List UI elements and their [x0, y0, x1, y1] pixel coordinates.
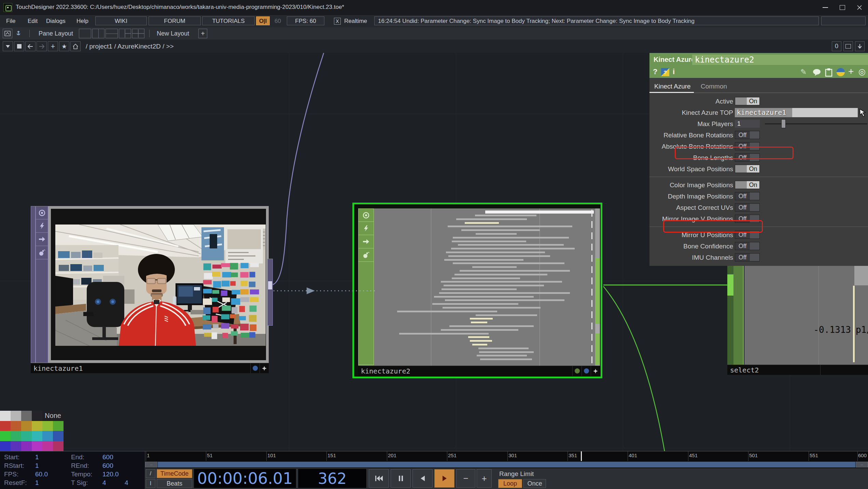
- cook-flag-icon[interactable]: [358, 222, 374, 235]
- back-button[interactable]: [25, 41, 36, 51]
- add-op-button[interactable]: +: [48, 41, 58, 51]
- stop-button[interactable]: [14, 41, 24, 51]
- palette-swatch[interactable]: [53, 421, 64, 431]
- timeline-ruler[interactable]: 151101151201251301351401451501551600: [145, 451, 868, 461]
- node2-scroll-strip[interactable]: [595, 208, 600, 366]
- menu-file[interactable]: File: [5, 15, 17, 27]
- node-kinectazure1[interactable]: kinectazure1: [31, 206, 269, 373]
- node1-connector-strip[interactable]: [31, 206, 36, 363]
- slider-value-field[interactable]: 1: [735, 120, 760, 128]
- op-name-field[interactable]: kinectazure2: [692, 55, 868, 65]
- forward-button[interactable]: [37, 41, 47, 51]
- play-button[interactable]: [434, 469, 454, 488]
- menu-dialogs[interactable]: Dialogs: [45, 15, 67, 27]
- fps-box[interactable]: FPS: 60: [287, 16, 324, 25]
- palette-swatch[interactable]: [11, 421, 21, 431]
- palette-swatch[interactable]: [0, 411, 11, 421]
- menu-edit[interactable]: Edit: [26, 15, 39, 27]
- frame-mode-button[interactable]: /: [146, 469, 155, 478]
- node-kinectazure2-selected[interactable]: kinectazure2: [352, 203, 602, 378]
- layout-mixed-button[interactable]: [119, 29, 131, 38]
- palette-swatch[interactable]: [21, 431, 32, 441]
- node-color-palette[interactable]: None: [0, 411, 64, 451]
- palette-swatch[interactable]: [42, 431, 53, 441]
- forum-button[interactable]: FORUM: [149, 16, 201, 25]
- export-flag-icon[interactable]: [36, 233, 48, 246]
- scrollbar-right-handle[interactable]: ...: [856, 462, 868, 467]
- bookmark-button[interactable]: ★: [59, 41, 69, 51]
- node1-name[interactable]: kinectazure1: [31, 364, 83, 372]
- toggle-off[interactable]: Off: [735, 192, 760, 200]
- palette-swatch[interactable]: [11, 411, 21, 421]
- play-reverse-button[interactable]: [412, 469, 433, 488]
- tab-kinect-azure[interactable]: Kinect Azure: [654, 83, 691, 90]
- help-icon[interactable]: ?: [653, 67, 657, 76]
- new-layout-add-button[interactable]: +: [198, 29, 207, 38]
- top-reference-strip[interactable]: [792, 108, 858, 117]
- toggle-off[interactable]: Off: [735, 242, 760, 250]
- layout-vsplit-button[interactable]: [92, 29, 104, 38]
- node2-blue-flag[interactable]: [582, 366, 591, 376]
- slider-track[interactable]: [765, 123, 867, 124]
- clipboard-icon[interactable]: [825, 68, 832, 77]
- add-parameter-icon[interactable]: +: [848, 66, 854, 77]
- once-button[interactable]: Once: [523, 479, 546, 488]
- pane-export-button[interactable]: [14, 29, 23, 38]
- tutorials-button[interactable]: TUTORIALS: [202, 16, 255, 25]
- toggle-on[interactable]: On: [735, 165, 760, 173]
- minimize-button[interactable]: [817, 0, 834, 15]
- pane-menu-button[interactable]: [3, 41, 13, 51]
- jump-to-start-button[interactable]: [369, 469, 389, 488]
- tab-common[interactable]: Common: [701, 83, 727, 90]
- playhead[interactable]: [581, 451, 582, 461]
- frame-display[interactable]: 362: [298, 468, 367, 488]
- scrollbar-thumb[interactable]: [158, 462, 855, 467]
- node1-star-icon[interactable]: [260, 363, 269, 373]
- node2-star-icon[interactable]: [591, 366, 600, 376]
- pause-button[interactable]: [391, 469, 411, 488]
- node2-green-flag[interactable]: [572, 366, 582, 376]
- edit-pencil-icon[interactable]: ✎: [800, 68, 807, 77]
- toggle-on[interactable]: On: [735, 97, 760, 105]
- pane-collapse-button[interactable]: [855, 41, 865, 51]
- palette-swatch[interactable]: [11, 441, 21, 451]
- increment-frame-button[interactable]: +: [477, 469, 492, 488]
- palette-swatch[interactable]: [21, 421, 32, 431]
- palette-none-button[interactable]: None: [42, 411, 64, 421]
- beats-mode-button[interactable]: Beats: [157, 479, 192, 488]
- palette-swatch[interactable]: [42, 421, 53, 431]
- toggle-off[interactable]: Off: [735, 131, 760, 139]
- bypass-flag-icon[interactable]: [358, 248, 374, 262]
- realtime-checkbox[interactable]: X: [334, 18, 341, 25]
- node1-output-connector[interactable]: [267, 259, 273, 326]
- python-help-icon[interactable]: ?: [661, 68, 669, 76]
- node-select2[interactable]: -0.1313 p1/ select2: [727, 266, 868, 375]
- home-button[interactable]: [70, 41, 81, 51]
- palette-swatch[interactable]: [53, 441, 64, 451]
- pane-max-button[interactable]: [843, 41, 853, 51]
- wiki-button[interactable]: WIKI: [95, 16, 147, 25]
- palette-swatch[interactable]: [42, 441, 53, 451]
- comment-bubble-icon[interactable]: [813, 69, 822, 76]
- palette-swatch[interactable]: [32, 441, 42, 451]
- python-icon[interactable]: [837, 68, 845, 76]
- close-button[interactable]: [851, 0, 868, 15]
- palette-swatch[interactable]: [53, 431, 64, 441]
- top-reference-field[interactable]: kinectazure1: [735, 108, 792, 117]
- palette-swatch[interactable]: [0, 441, 11, 451]
- viewer-flag-icon[interactable]: [36, 206, 48, 219]
- layout-hsplit-button[interactable]: [106, 29, 118, 38]
- timeline-scrollbar[interactable]: ... ...: [145, 461, 868, 468]
- ibeam-mode-button[interactable]: I: [146, 479, 155, 488]
- info-icon[interactable]: i: [673, 67, 675, 76]
- breadcrumb[interactable]: / project1 / AzureKinect2D / >>: [86, 40, 174, 53]
- node2-name[interactable]: kinectazure2: [358, 367, 410, 375]
- scrollbar-left-handle[interactable]: ...: [145, 462, 157, 467]
- layout-single-button[interactable]: [79, 29, 91, 38]
- palette-swatch[interactable]: [21, 441, 32, 451]
- node1-blue-flag[interactable]: [250, 363, 260, 373]
- loop-button[interactable]: Loop: [498, 479, 522, 488]
- viewer-flag-icon[interactable]: [358, 208, 374, 222]
- layout-quad-button[interactable]: [132, 29, 144, 38]
- pane-maximize-button[interactable]: [3, 29, 12, 38]
